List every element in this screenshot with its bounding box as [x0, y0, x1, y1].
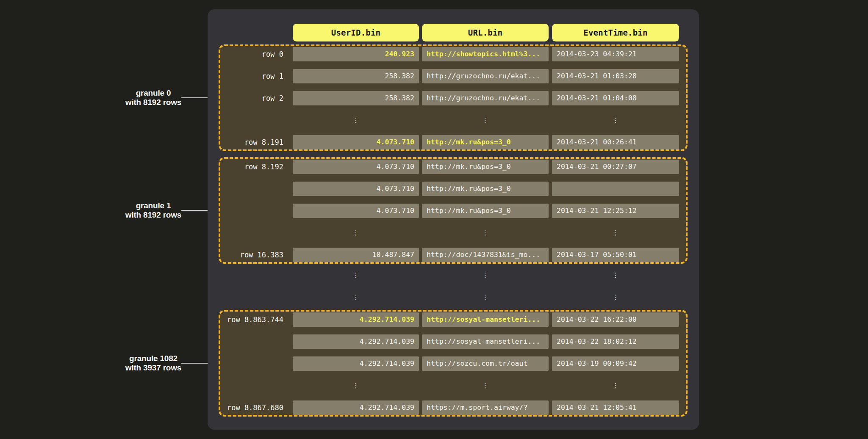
table-row: 4.292.714.039 http://sosyal-mansetleri..…	[220, 334, 686, 349]
data-files-panel: UserID.bin URL.bin EventTime.bin row 0 2…	[208, 9, 699, 430]
vertical-ellipsis-icon: ⋮	[293, 290, 419, 304]
ellipsis-row: ⋮ ⋮ ⋮	[220, 290, 679, 304]
granule-0-label-line2: with 8192 rows	[90, 98, 217, 107]
eventtime-cell	[552, 182, 679, 196]
url-cell: http://doc/1437831&is_mo...	[422, 248, 549, 262]
granule-1082-arrow-icon	[181, 363, 210, 364]
table-row: row 8.863.744 4.292.714.039 http://sosya…	[220, 312, 686, 327]
vertical-ellipsis-icon: ⋮	[552, 290, 679, 304]
vertical-ellipsis-icon: ⋮	[422, 378, 549, 393]
vertical-ellipsis-icon: ⋮	[422, 290, 549, 304]
table-row: row 16.383 10.487.847 http://doc/1437831…	[220, 248, 686, 262]
vertical-ellipsis-icon: ⋮	[552, 268, 679, 282]
column-header-eventtime-bin: EventTime.bin	[552, 24, 679, 41]
userid-cell: 4.292.714.039	[293, 312, 419, 327]
url-cell: http://mk.ru&pos=3_0	[422, 135, 549, 149]
url-cell: http://showtopics.html%3...	[422, 47, 549, 61]
row-label: row 8.192	[220, 160, 293, 174]
eventtime-cell: 2014-03-21 00:26:41	[552, 135, 679, 149]
eventtime-cell: 2014-03-21 01:04:08	[552, 91, 679, 105]
row-label	[220, 356, 293, 371]
vertical-ellipsis-icon: ⋮	[552, 226, 679, 240]
url-cell: http://sosyal-mansetleri...	[422, 312, 549, 327]
userid-cell: 4.073.710	[293, 160, 419, 174]
row-label: row 2	[220, 91, 293, 105]
eventtime-cell: 2014-03-21 00:27:07	[552, 160, 679, 174]
eventtime-cell: 2014-03-21 12:05:41	[552, 400, 679, 415]
row-label: row 1	[220, 69, 293, 83]
userid-cell: 4.292.714.039	[293, 334, 419, 349]
table-row: row 0 240.923 http://showtopics.html%3..…	[220, 47, 686, 61]
row-label: row 8.863.744	[220, 312, 293, 327]
granule-1-box: row 8.192 4.073.710 http://mk.ru&pos=3_0…	[219, 157, 688, 264]
userid-cell: 4.073.710	[293, 182, 419, 196]
granule-0-label-line1: granule 0	[90, 88, 217, 98]
granule-0-box: row 0 240.923 http://showtopics.html%3..…	[219, 44, 688, 151]
granule-1082-label-line1: granule 1082	[90, 354, 217, 363]
userid-cell: 258.382	[293, 91, 419, 105]
vertical-ellipsis-icon: ⋮	[293, 226, 419, 240]
granule-0-arrow-icon	[181, 97, 210, 98]
granule-1-label-line1: granule 1	[90, 201, 217, 210]
granule-1082-box: row 8.863.744 4.292.714.039 http://sosya…	[219, 310, 688, 417]
userid-cell: 4.292.714.039	[293, 400, 419, 415]
url-cell: http://gruzochno.ru/ekat...	[422, 69, 549, 83]
vertical-ellipsis-icon: ⋮	[422, 268, 549, 282]
row-label: row 8.191	[220, 135, 293, 149]
granule-1-arrow-icon	[181, 210, 210, 211]
ellipsis-row: ⋮ ⋮ ⋮	[220, 226, 686, 240]
vertical-ellipsis-icon: ⋮	[293, 268, 419, 282]
eventtime-cell: 2014-03-19 00:09:42	[552, 356, 679, 371]
url-cell: http://mk.ru&pos=3_0	[422, 182, 549, 196]
url-cell: http://mk.ru&pos=3_0	[422, 160, 549, 174]
url-cell: http://sozcu.com.tr/oaut	[422, 356, 549, 371]
row-label: row 8.867.680	[220, 400, 293, 415]
vertical-ellipsis-icon: ⋮	[293, 378, 419, 393]
row-label: row 16.383	[220, 248, 293, 262]
row-label	[220, 182, 293, 196]
vertical-ellipsis-icon: ⋮	[552, 113, 679, 127]
userid-cell: 258.382	[293, 69, 419, 83]
vertical-ellipsis-icon: ⋮	[422, 113, 549, 127]
table-row: row 8.867.680 4.292.714.039 https://m.sp…	[220, 400, 686, 415]
userid-cell: 240.923	[293, 47, 419, 61]
table-row: row 1 258.382 http://gruzochno.ru/ekat..…	[220, 69, 686, 83]
table-row: row 8.192 4.073.710 http://mk.ru&pos=3_0…	[220, 160, 686, 174]
ellipsis-row: ⋮ ⋮ ⋮	[220, 268, 679, 282]
table-row: 4.073.710 http://mk.ru&pos=3_0 2014-03-2…	[220, 204, 686, 218]
vertical-ellipsis-icon: ⋮	[552, 378, 679, 393]
table-row: 4.073.710 http://mk.ru&pos=3_0	[220, 182, 686, 196]
ellipsis-row: ⋮ ⋮ ⋮	[220, 113, 686, 127]
eventtime-cell: 2014-03-21 12:25:12	[552, 204, 679, 218]
ellipsis-row: ⋮ ⋮ ⋮	[220, 378, 686, 393]
userid-cell: 4.073.710	[293, 135, 419, 149]
granule-1-label-line2: with 8192 rows	[90, 210, 217, 220]
granules-diagram: granule 0 with 8192 rows granule 1 with …	[0, 0, 868, 439]
url-cell: https://m.sport.airway/?	[422, 400, 549, 415]
table-row: row 8.191 4.073.710 http://mk.ru&pos=3_0…	[220, 135, 686, 149]
url-cell: http://sosyal-mansetleri...	[422, 334, 549, 349]
url-cell: http://mk.ru&pos=3_0	[422, 204, 549, 218]
row-label	[220, 334, 293, 349]
eventtime-cell: 2014-03-22 16:22:00	[552, 312, 679, 327]
table-row: row 2 258.382 http://gruzochno.ru/ekat..…	[220, 91, 686, 105]
granule-1082-label-line2: with 3937 rows	[90, 363, 217, 373]
column-header-userid-bin: UserID.bin	[293, 24, 419, 41]
userid-cell: 4.073.710	[293, 204, 419, 218]
vertical-ellipsis-icon: ⋮	[293, 113, 419, 127]
userid-cell: 4.292.714.039	[293, 356, 419, 371]
row-label: row 0	[220, 47, 293, 61]
vertical-ellipsis-icon: ⋮	[422, 226, 549, 240]
column-header-url-bin: URL.bin	[422, 24, 549, 41]
eventtime-cell: 2014-03-17 05:50:01	[552, 248, 679, 262]
url-cell: http://gruzochno.ru/ekat...	[422, 91, 549, 105]
eventtime-cell: 2014-03-21 01:03:28	[552, 69, 679, 83]
row-label	[220, 204, 293, 218]
eventtime-cell: 2014-03-23 04:39:21	[552, 47, 679, 61]
userid-cell: 10.487.847	[293, 248, 419, 262]
eventtime-cell: 2014-03-22 18:02:12	[552, 334, 679, 349]
table-row: 4.292.714.039 http://sozcu.com.tr/oaut 2…	[220, 356, 686, 371]
